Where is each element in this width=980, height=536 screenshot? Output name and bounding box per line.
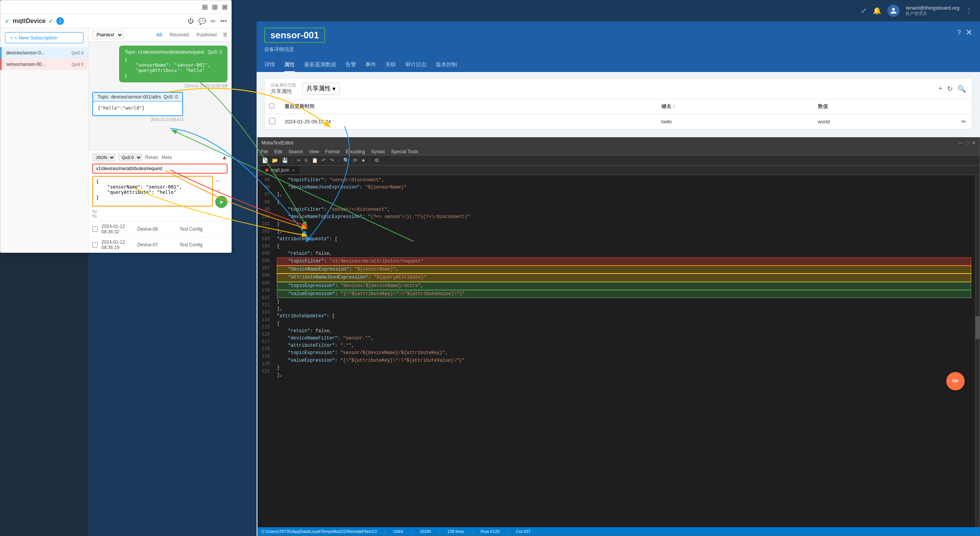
send-button[interactable]: ➤ xyxy=(215,196,227,208)
json-format-select[interactable]: JSON xyxy=(92,154,115,161)
filter-published-tab[interactable]: Published xyxy=(194,31,219,38)
tab-details[interactable]: 详情 xyxy=(264,57,275,72)
arrow-left-icon[interactable]: ← xyxy=(215,177,227,184)
status-encoding: JSON xyxy=(420,529,431,534)
payload-input[interactable]: { "sensorName": "sensor-001", "queryAttr… xyxy=(92,176,213,207)
tab-audit[interactable]: 审计日志 xyxy=(405,57,427,72)
tb-search-icon[interactable]: 🔍 xyxy=(342,157,350,164)
line-numbers: 9596979899100101102103104105106107108109… xyxy=(258,175,273,527)
user-info: tenant@thingsboard.org 租户管理员 xyxy=(906,5,959,16)
menu-search[interactable]: Search xyxy=(288,149,303,154)
menu-format[interactable]: Format xyxy=(325,149,340,154)
tb-copy-icon[interactable]: ⎘ xyxy=(304,157,309,164)
expand-icon[interactable]: ▲ xyxy=(221,154,227,161)
tb-cut-icon[interactable]: ✂ xyxy=(296,157,302,164)
maximize-button[interactable]: □ xyxy=(212,5,218,10)
code-editor[interactable]: "topicFilter": "sensor/disconnect", "dev… xyxy=(273,175,975,527)
format-select[interactable]: Plaintext xyxy=(92,31,123,39)
moba-minimize-btn[interactable]: — xyxy=(959,140,963,146)
close-button[interactable]: ✕ xyxy=(222,5,227,10)
msg-time-sent: 2024-01-23:58:473 xyxy=(92,118,183,122)
code-line: "deviceNameJsonExpression": "${sensorNam… xyxy=(277,184,971,191)
more-icon[interactable]: ••• xyxy=(220,18,227,25)
edit-icon[interactable]: ✏ xyxy=(211,18,216,25)
moba-maximize-btn[interactable]: □ xyxy=(966,140,969,146)
add-attribute-icon[interactable]: + xyxy=(938,85,942,93)
arrow-right-icon[interactable]: → xyxy=(215,187,227,193)
tb-replace-icon[interactable]: ⟳ xyxy=(352,157,358,164)
tb-paste-icon[interactable]: 📋 xyxy=(311,157,319,164)
plus-icon: + xyxy=(10,35,13,41)
filter-received-tab[interactable]: Received xyxy=(167,31,191,38)
tab-attributes[interactable]: 属性 xyxy=(284,57,295,72)
editor-scrollbar[interactable] xyxy=(975,175,980,527)
moba-close-btn[interactable]: ✕ xyxy=(972,140,976,146)
moba-file-tab[interactable]: mqtt.json ✕ xyxy=(261,166,299,174)
code-line: "valueExpression": "{\"${attributeKey}\"… xyxy=(277,357,971,364)
code-line: "attributeNameJsonExpression": "${queryA… xyxy=(277,274,971,282)
settings-gear-icon[interactable]: 置 xyxy=(223,32,227,38)
tb-open-icon[interactable]: 📂 xyxy=(271,157,279,164)
more-menu-icon[interactable]: ⋮ xyxy=(965,7,972,15)
close-detail-icon[interactable]: ✕ xyxy=(965,28,972,38)
new-subscription-button[interactable]: + + New Subscription xyxy=(5,32,83,43)
tb-save-icon[interactable]: 💾 xyxy=(281,157,289,164)
user-role: 租户管理员 xyxy=(906,11,959,16)
fab-edit-button[interactable]: ✏ xyxy=(946,372,965,390)
menu-file[interactable]: File xyxy=(261,149,268,154)
device-header: sensor-001 设备详细信息 ? ✕ xyxy=(257,21,980,57)
tab-alarms[interactable]: 告警 xyxy=(345,57,356,72)
mqtt-title: mqttDevice xyxy=(13,18,46,25)
qos-select[interactable]: QoS 0 xyxy=(118,154,142,161)
bell-icon[interactable]: 🔔 xyxy=(873,7,881,15)
menu-view[interactable]: View xyxy=(309,149,319,154)
tab-events[interactable]: 事件 xyxy=(365,57,376,72)
row-checkbox[interactable] xyxy=(269,118,275,124)
history-checkbox-2[interactable] xyxy=(92,242,98,248)
menu-syntax[interactable]: Syntax xyxy=(371,149,385,154)
tb-redo-icon[interactable]: ↷ xyxy=(329,157,335,164)
user-email: tenant@thingsboard.org xyxy=(906,5,959,11)
minimize-button[interactable]: — xyxy=(202,5,208,10)
line-number: 110 xyxy=(261,287,270,294)
line-number: 121 xyxy=(261,368,270,375)
moba-tab-bar: mqtt.json ✕ xyxy=(258,166,980,175)
tb-mark-icon[interactable]: ★ xyxy=(360,157,367,164)
status-col: Col #37 xyxy=(516,529,530,534)
tab-version[interactable]: 版本控制 xyxy=(436,57,457,72)
search-attr-icon[interactable]: 🔍 xyxy=(957,85,966,93)
menu-edit[interactable]: Edit xyxy=(274,149,282,154)
code-line: "deviceNameFilter": "sensor.*", xyxy=(277,335,971,342)
filter-all-tab[interactable]: All xyxy=(154,31,164,38)
scope-selector[interactable]: 共享属性 ▾ xyxy=(302,83,340,95)
refresh-icon[interactable]: ↻ xyxy=(947,85,953,93)
tb-undo-icon[interactable]: ↶ xyxy=(321,157,327,164)
line-number: 117 xyxy=(261,338,270,346)
power-icon[interactable]: ⏻ xyxy=(188,18,194,25)
scroll-thumb[interactable] xyxy=(975,316,980,339)
tb-settings-icon[interactable]: ⚙ xyxy=(373,157,380,164)
fullscreen-icon[interactable]: ⤢ xyxy=(861,7,867,15)
line-number: 99 xyxy=(261,206,270,213)
topic-input[interactable] xyxy=(92,164,227,174)
select-all-checkbox[interactable] xyxy=(269,103,274,108)
mqtt-main-area: Plaintext All Received Published 置 Topic… xyxy=(88,28,231,252)
menu-encoding[interactable]: Encoding xyxy=(346,149,365,154)
attr-table-actions: + ↻ 🔍 xyxy=(938,85,966,93)
subscription-item-devices[interactable]: devices/sensor-0... QoS 0 xyxy=(0,47,88,59)
input-toolbar: JSON QoS 0 Retain Meta ▲ xyxy=(92,154,227,161)
tab-close-icon[interactable]: ✕ xyxy=(292,168,295,172)
tab-telemetry[interactable]: 最新遥测数据 xyxy=(304,57,336,72)
mqtt-body: + + New Subscription devices/sensor-0...… xyxy=(0,28,231,252)
help-icon[interactable]: ? xyxy=(957,29,961,37)
chat-icon[interactable]: 💬 xyxy=(198,18,206,25)
edit-row-icon[interactable]: ✏ xyxy=(961,118,966,125)
tb-new-icon[interactable]: 📄 xyxy=(261,157,269,164)
subscription-item-sensor[interactable]: sensor/sensor-00... QoS 0 xyxy=(0,59,88,70)
tab-relations[interactable]: 关联 xyxy=(385,57,396,72)
code-line: { xyxy=(277,320,971,328)
status-row: Row #129 xyxy=(481,529,500,534)
attributes-section: 设备属性范围 共享属性 共享属性 ▾ + ↻ 🔍 xyxy=(264,78,972,130)
menu-special-tools[interactable]: Special Tools xyxy=(391,149,419,154)
history-checkbox-1[interactable] xyxy=(92,226,98,232)
